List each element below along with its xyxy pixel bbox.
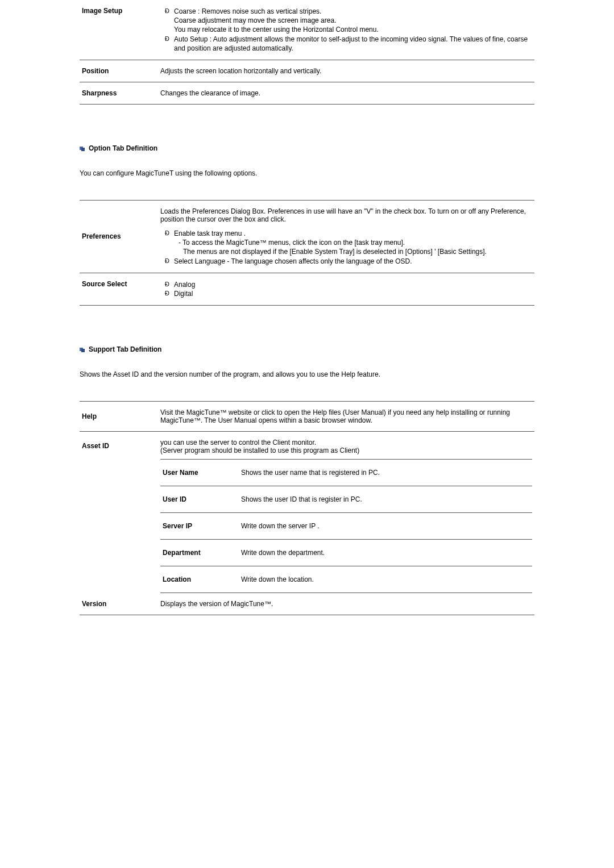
section-marker-icon [80,145,85,151]
support-definition-table: Help Visit the MagicTune™ website or cli… [80,401,534,615]
top-definition-table: Image Setup Coarse : Removes noise such … [80,0,534,105]
sub-text-department: Write down the department. [239,540,532,566]
row-label-help: Help [80,402,158,432]
row-content-image-setup: Coarse : Removes noise such as vertical … [158,0,534,60]
option-tab-heading-text: Option Tab Definition [89,144,157,152]
image-setup-item-1: Coarse adjustment may move the screen im… [168,16,532,25]
support-tab-heading: Support Tab Definition [80,345,534,353]
sub-label-user-name: User Name [160,460,239,486]
support-intro: Shows the Asset ID and the version numbe… [80,370,534,378]
row-label-version: Version [80,593,158,615]
image-setup-item-0: Coarse : Removes noise such as vertical … [168,7,532,16]
asset-sub-table: User Name Shows the user name that is re… [160,459,532,593]
asset-text-2: (Server program should be installed to u… [160,446,532,454]
sub-label-server-ip: Server IP [160,513,239,540]
row-label-position: Position [80,60,158,82]
asset-text-1: you can use the server to control the Cl… [160,439,532,446]
sub-label-department: Department [160,540,239,566]
row-content-source-select: Analog Digital [158,273,534,305]
option-tab-heading: Option Tab Definition [80,144,534,152]
sub-text-location: Write down the location. [239,566,532,593]
row-label-preferences: Preferences [80,200,158,273]
row-content-sharpness: Changes the clearance of image. [158,82,534,104]
row-content-help: Visit the MagicTune™ website or click to… [158,402,534,432]
row-content-position: Adjusts the screen location horizontally… [158,60,534,82]
row-content-version: Displays the version of MagicTune™. [158,593,534,615]
sub-text-server-ip: Write down the server IP . [239,513,532,540]
sub-text-user-name: Shows the user name that is registered i… [239,460,532,486]
sub-label-location: Location [160,566,239,593]
pref-select-language: Select Language - The language chosen af… [168,257,532,266]
row-label-image-setup: Image Setup [80,0,158,60]
sub-label-user-id: User ID [160,486,239,513]
option-definition-table: Preferences Loads the Preferences Dialog… [80,200,534,306]
pref-sub-2: The menus are not displayed if the [Enab… [179,247,532,256]
preferences-intro: Loads the Preferences Dialog Box. Prefer… [160,207,532,223]
row-label-sharpness: Sharpness [80,82,158,104]
image-setup-item-2: You may relocate it to the center using … [168,25,532,34]
section-marker-icon [80,347,85,352]
source-analog: Analog [168,280,532,289]
source-digital: Digital [168,289,532,298]
row-label-source-select: Source Select [80,273,158,305]
pref-enable-task-tray: Enable task tray menu . - To access the … [168,229,532,257]
row-label-asset-id: Asset ID [80,432,158,594]
image-setup-item-3: Auto Setup : Auto adjustment allows the … [168,35,532,53]
row-content-preferences: Loads the Preferences Dialog Box. Prefer… [158,200,534,273]
option-intro: You can configure MagicTuneT using the f… [80,169,534,177]
sub-text-user-id: Shows the user ID that is register in PC… [239,486,532,513]
pref-sub-1: - To access the MagicTune™ menus, click … [179,238,532,247]
row-content-asset-id: you can use the server to control the Cl… [158,432,534,594]
support-tab-heading-text: Support Tab Definition [89,345,161,353]
